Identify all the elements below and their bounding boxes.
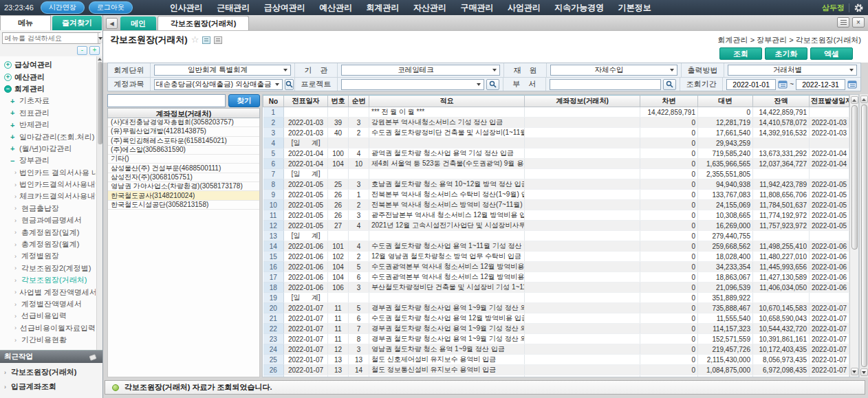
table-row[interactable]: 122022-01-052742021년 12월 고속시설전기사업단 및 시설장… [263,221,849,231]
sidebar-item[interactable]: ›선급비용이월자료입력 [14,322,96,334]
find-button[interactable]: 찾기 [228,94,260,107]
accounting-unit-select[interactable]: 일반회계 특별회계 [154,65,291,76]
table-row[interactable]: 102022-01-05262전북본부 역사내 청소서비스 방역비 정산(7~1… [263,200,849,210]
account-title-select[interactable]: 대손충당금(외상매출금) 외상매출금 [154,79,283,90]
scroll-down-icon[interactable] [860,368,868,376]
table-row[interactable]: 19[일 계]0351,889,922 [263,293,849,303]
sidebar-item[interactable]: +급상여관리 [4,59,96,71]
account-row[interactable]: (주)에스알(3058631590) [108,146,259,155]
grid-column-header[interactable]: 적요 [369,96,525,107]
output-method-select[interactable]: 거래처별 [728,65,857,76]
top-menu-item[interactable]: 근태관리 [217,2,250,14]
scroll-down-icon[interactable] [851,368,858,375]
table-row[interactable]: 182022-01-061063부산철도차량정비단 건축물 및 시설장비 기성 … [263,283,849,293]
project-select[interactable] [341,79,484,90]
account-row[interactable]: 기타() [108,155,259,164]
sidebar-item[interactable]: ›총계정원장(월계) [14,239,96,250]
reset-button[interactable]: 초기화 [765,47,807,60]
grid-column-header[interactable]: 잔액 [753,96,810,107]
sidebar-item[interactable]: ›사업별 계정잔액명세서 [14,286,96,298]
table-row[interactable]: 62022-01-0410410제4회 서울역 등 523동 건축물(수도권광역… [263,159,849,169]
table-row[interactable]: 242022-01-07123영남권 철도차량 청소 용역 1~9월 정산 입금… [263,344,849,355]
sidebar-item[interactable]: +기초자료 [10,95,96,107]
sidebar-item[interactable]: ›각보조원장2(계정별) [14,263,96,274]
expand-icon[interactable]: + [10,97,17,105]
table-row[interactable]: 262022-01-071314철도 정보통신설비 유지보수 용역비 입금01,… [263,365,849,375]
favorite-star-icon[interactable]: ☆ [191,36,199,44]
scroll-thumb[interactable] [98,62,102,144]
grid-column-header[interactable]: 전표일자 [284,96,328,107]
top-menu-item[interactable]: 사업관리 [508,2,541,14]
grid-column-header[interactable]: 전표발생일자 [810,96,849,107]
department-input[interactable] [550,79,661,90]
table-row[interactable]: 212022-01-07116수도권 철도차량 청소사업 용역 12월 방역비용… [263,313,849,324]
grid-scrollbar[interactable] [849,95,858,377]
top-menu-item[interactable]: 지속가능경영 [554,2,604,14]
tab-subledger[interactable]: 각보조원장(거래처) [158,16,249,30]
sidebar-item[interactable]: +반제관리 [10,119,96,131]
sidebar-tab-menu[interactable]: 메뉴 [0,15,51,30]
sidebar-item[interactable]: +예산관리 [4,71,96,82]
expand-icon[interactable]: + [10,109,17,117]
scroll-up-icon[interactable] [860,96,868,103]
close-icon[interactable]: × [852,17,865,27]
table-row[interactable]: 112022-01-05263광주전남본부 역사내 청소서비스 12월 방역비용… [263,210,849,221]
sidebar-item[interactable]: ›각보조원장(거래처) [14,274,96,286]
account-search-icon[interactable] [285,79,294,90]
expand-all-button[interactable]: + [89,46,100,55]
gear-icon[interactable] [854,3,864,13]
sidebar-item[interactable]: ›선급비용입력 [14,310,96,322]
grid-column-header[interactable]: 계좌정보(거래처) [525,96,640,107]
sidebar-item[interactable]: ›법인카드 결의서사용 내역 [14,167,96,179]
sidebar-item[interactable]: ›법인카드결의서사용내역2 [14,179,96,190]
grid-column-header[interactable]: No [263,96,284,107]
top-menu-item[interactable]: 예산관리 [319,2,352,14]
grid-column-header[interactable]: 순번 [349,96,369,107]
top-menu-item[interactable]: 구매관리 [460,2,493,14]
table-row[interactable]: 172022-01-061046수도권광역본부 역사내 청소서비스 12월 방역… [263,272,849,283]
recent-work-item[interactable]: ›입금계좌조회 [0,379,102,394]
tab-main[interactable]: 메인 [120,16,156,30]
table-row[interactable]: 7[일 계]02,355,551,805 [263,169,849,179]
sidebar-item[interactable]: ›계정별잔액명세서 [14,298,96,310]
agency-select[interactable]: 코레일테크 [341,65,500,76]
sidebar-item[interactable]: ›체크카드결의서사용내역 [14,190,96,202]
page-scrollbar[interactable] [859,94,868,377]
table-row[interactable]: 272022-01-071315철도 전철전력설비 유지보수 용역비 입금01,… [263,375,849,377]
tab-list-icon[interactable] [837,17,849,27]
table-row[interactable]: 4[일 계]029,943,259 [263,138,849,148]
account-row[interactable]: (사)대전충남경영자총협회(3058203757) [108,118,259,127]
table-row[interactable]: 92022-01-05261전북본부 역사내 청소서비스 수탁비 정산(1~9월… [263,190,849,200]
expand-icon[interactable]: + [10,121,17,129]
expand-icon[interactable]: + [10,133,17,141]
clear-recent-icon[interactable] [89,353,98,361]
table-row[interactable]: 52022-01-041004광역권 철도차량 청소사업 용역 기성 정산 입금… [263,148,849,159]
expand-icon[interactable]: + [4,74,12,81]
collapse-icon[interactable]: − [4,85,12,93]
sidebar-item[interactable]: ›총계정원장(일계) [14,226,96,238]
excel-button[interactable]: 엑셀 [810,47,853,60]
capture-icon[interactable] [202,36,210,44]
tree-scrollbar[interactable] [96,56,102,350]
table-row[interactable]: 22022-01-03393강원본부 역사내청소서비스 기성 정산 입금012,… [263,118,849,128]
table-row[interactable]: 82022-01-05253호남권 철도차량 청소 용역 10~12월 방역 정… [263,179,849,190]
account-row[interactable]: 영남권 가야사업소(차량환경)(3058173178) [108,182,259,191]
sidebar-item[interactable]: ›현금출납장 [14,203,96,214]
expand-icon[interactable]: + [4,61,12,69]
top-menu-item[interactable]: 자산관리 [413,2,446,14]
sidebar-item[interactable]: −장부관리 [10,155,96,166]
sidebar-item[interactable]: ›계정별원장 [14,250,96,262]
sidebar-tab-favorites[interactable]: 즐겨찾기 [52,16,102,30]
top-menu-item[interactable]: 기본정보 [618,2,651,14]
grid-column-header[interactable]: 번호 [328,96,349,107]
grid-column-header[interactable]: 대변 [698,96,753,107]
account-filter-input[interactable] [107,94,226,107]
table-row[interactable]: 202022-01-07115경부권 철도차량 청소사업 용역 1~9월 기성 … [263,303,849,313]
table-row[interactable]: 222022-01-07117경부권 철도차량 청소사업 용역 1~9월 기성 … [263,324,849,334]
period-from-input[interactable]: 2022-01-01 [726,79,776,90]
scroll-up-icon[interactable] [851,96,858,104]
table-row[interactable]: 13[일 계]0279,440,755 [263,231,849,241]
account-row[interactable]: 삼성전자(주)(3068105751) [108,173,259,182]
account-row[interactable]: 삼성물산(주) 건설부문(4688500111) [108,164,259,173]
time-extend-button[interactable]: 시간연장 [41,1,85,14]
